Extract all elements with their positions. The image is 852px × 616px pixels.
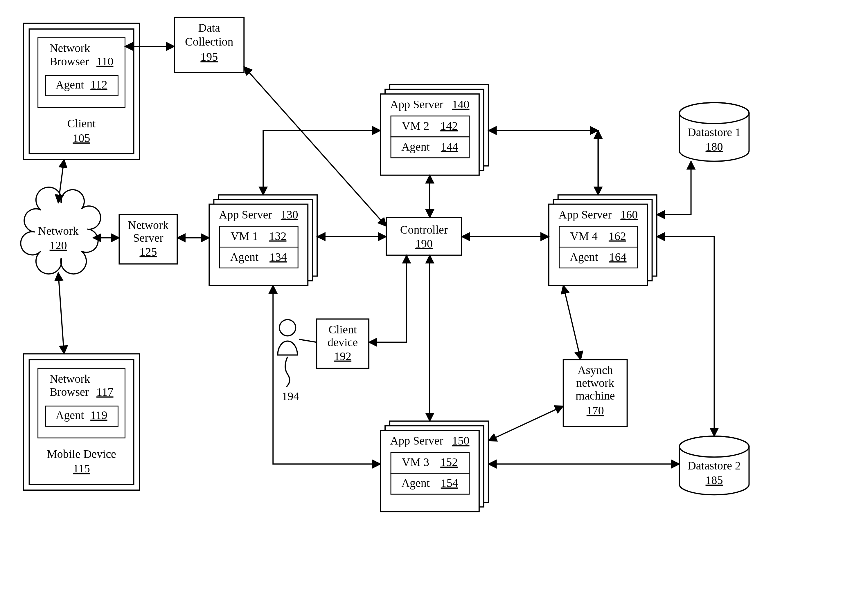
appserver130-ref: 130 [281, 208, 298, 221]
asynch-box: Asynch network machine 170 [563, 360, 627, 426]
network-server-label1: Network [128, 218, 169, 232]
appserver160-agent-ref: 164 [609, 250, 627, 264]
svg-text:Agent
      144: Agent 144 [401, 140, 458, 153]
appserver160-label: App Server [558, 208, 612, 221]
datastore2-ref: 185 [705, 473, 723, 486]
client-box: Network Browser 110 Agent 112 Client 105 [24, 23, 140, 160]
svg-text:Agent
      112: Agent 112 [56, 78, 107, 91]
appserver150-label: App Server [390, 434, 443, 447]
app-server-150: App Server 150 VM 3 152 Agent 154 [381, 421, 488, 512]
client-device-label1: Client [328, 323, 357, 336]
arrow-appserver130-appserver150 [273, 286, 381, 464]
svg-text:VM 3
      152: VM 3 152 [402, 456, 458, 468]
appserver150-ref: 150 [452, 434, 470, 447]
appserver150-vm-ref: 152 [440, 456, 458, 468]
asynch-label1: Asynch [578, 364, 613, 377]
svg-text:VM 2
      142: VM 2 142 [402, 119, 458, 132]
controller-label: Controller [400, 223, 448, 236]
appserver150-agent-label: Agent [401, 476, 430, 489]
client-browser-ref: 110 [97, 55, 113, 68]
svg-text:Agent
      164: Agent 164 [570, 250, 627, 264]
app-server-130: App Server 130 VM 1 132 Agent 134 [209, 195, 317, 286]
appserver160-vm-ref: 162 [609, 229, 626, 242]
appserver140-label: App Server [390, 98, 443, 111]
arrow-user-clientdevice [299, 339, 317, 342]
mobile-device-box: Network Browser 117 Agent 119 Mobile Dev… [24, 354, 140, 490]
asynch-label2: network [576, 377, 614, 389]
controller-ref: 190 [415, 237, 433, 250]
mobile-label: Mobile Device [47, 447, 116, 461]
arrow-appserver140-appserver160 [488, 131, 598, 195]
svg-text:App Server
      160: App Server 160 [558, 208, 638, 221]
data-collection-box: Data Collection 195 [174, 17, 244, 72]
data-collection-ref: 195 [200, 50, 218, 63]
user-icon: 194 [278, 319, 299, 402]
datastore1-ref: 180 [705, 140, 723, 153]
mobile-ref: 115 [73, 462, 90, 475]
app-server-160: App Server 160 VM 4 162 Agent 164 [549, 195, 657, 286]
svg-text:VM 4
      162: VM 4 162 [570, 229, 626, 242]
svg-text:Browser
      110: Browser 110 [50, 55, 113, 68]
appserver130-vm-ref: 132 [269, 229, 286, 242]
svg-text:Agent
      154: Agent 154 [401, 476, 458, 489]
client-device-box: Client device 192 [317, 319, 369, 368]
appserver140-vm-label: VM 2 [402, 119, 429, 132]
svg-text:Agent
      134: Agent 134 [230, 250, 287, 264]
appserver130-label: App Server [219, 208, 272, 221]
network-label: Network [38, 224, 79, 237]
client-device-ref: 192 [334, 349, 351, 363]
controller-box: Controller 190 [386, 218, 462, 255]
client-browser-label1: Network [50, 42, 90, 54]
datastore1: Datastore 1 180 [680, 103, 749, 161]
user-ref: 194 [282, 390, 299, 403]
appserver140-agent-label: Agent [401, 140, 430, 153]
svg-text:VM 1
      132: VM 1 132 [231, 229, 286, 242]
data-collection-label1: Data [198, 21, 221, 34]
client-agent-ref: 112 [90, 78, 107, 91]
appserver150-agent-ref: 154 [441, 476, 458, 489]
mobile-browser-label1: Network [50, 372, 90, 385]
client-device-label2: device [328, 336, 358, 349]
asynch-label3: machine [576, 389, 615, 402]
svg-text:Agent
      119: Agent 119 [56, 408, 107, 422]
client-agent-label: Agent [56, 78, 84, 91]
svg-text:App Server
      130: App Server 130 [219, 208, 298, 221]
network-ref: 120 [50, 239, 67, 252]
network-server-label2: Server [133, 231, 163, 244]
mobile-agent-label: Agent [56, 408, 84, 422]
system-diagram: Network Browser 110 Agent 112 Client 105… [0, 0, 852, 616]
svg-text:App Server
      140: App Server 140 [390, 98, 469, 111]
arrow-controller-clientdevice [369, 255, 406, 342]
app-server-140: App Server 140 VM 2 142 Agent 144 [381, 85, 488, 175]
datastore2: Datastore 2 185 [680, 436, 749, 495]
appserver140-ref: 140 [452, 98, 470, 111]
datastore1-label: Datastore 1 [687, 126, 741, 139]
client-ref: 105 [73, 131, 90, 145]
appserver160-ref: 160 [620, 208, 638, 221]
mobile-browser-ref: 117 [97, 386, 113, 399]
arrow-network-mobile [58, 273, 64, 354]
network-cloud: Network 120 [21, 187, 100, 274]
arrow-appserver160-datastore2 [657, 237, 715, 437]
asynch-ref: 170 [586, 404, 604, 417]
appserver160-vm-label: VM 4 [570, 229, 598, 242]
arrow-appserver130-appserver140 [263, 131, 381, 195]
mobile-agent-ref: 119 [90, 408, 107, 422]
svg-text:Browser
      117: Browser 117 [50, 386, 113, 399]
appserver130-agent-ref: 134 [269, 250, 287, 264]
svg-text:App Server
      150: App Server 150 [390, 434, 469, 447]
network-server-box: Network Server 125 [119, 215, 177, 264]
client-browser-label2: Browser [50, 55, 89, 68]
appserver160-agent-label: Agent [570, 250, 598, 264]
appserver130-agent-label: Agent [230, 250, 258, 264]
client-label: Client [67, 117, 96, 130]
network-server-ref: 125 [139, 245, 157, 258]
appserver150-vm-label: VM 3 [402, 456, 429, 468]
appserver130-vm-label: VM 1 [231, 229, 258, 242]
data-collection-label2: Collection [185, 35, 233, 48]
mobile-browser-label2: Browser [50, 386, 89, 399]
arrow-appserver150-asynch [488, 406, 563, 441]
arrow-appserver160-datastore1 [657, 161, 691, 215]
appserver140-agent-ref: 144 [441, 140, 458, 153]
svg-point-48 [279, 319, 296, 336]
